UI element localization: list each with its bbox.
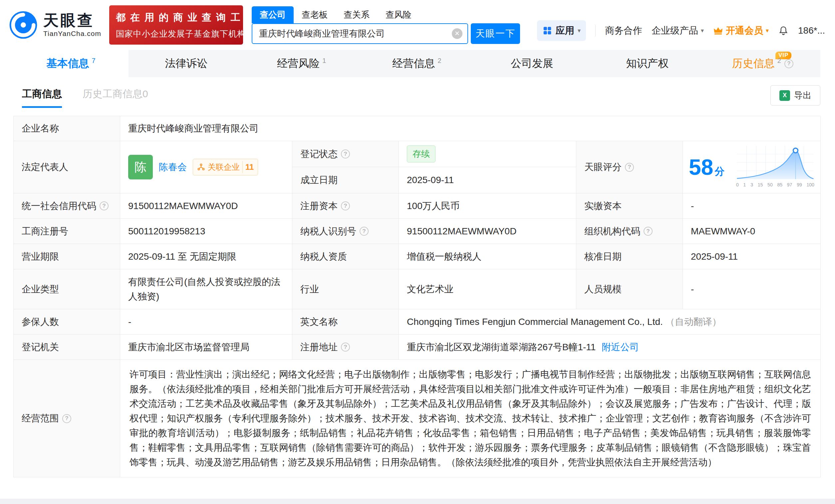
search-tab-company[interactable]: 查公司 <box>252 6 294 23</box>
reg-number-label: 工商注册号 <box>14 219 120 244</box>
promo-line2: 国家中小企业发展子基金旗下机构 <box>116 28 237 39</box>
credit-code-value: 91500112MAEWMWAY0D <box>120 194 292 219</box>
business-info-table: 企业名称 重庆时代峰峻商业管理有限公司 法定代表人 陈 陈春会 关联企业 11 … <box>13 116 820 477</box>
reg-status-value: 存续 <box>399 141 576 167</box>
apps-grid-icon <box>542 26 552 36</box>
business-term-label: 营业期限 <box>14 244 120 269</box>
help-icon[interactable]: ? <box>341 343 350 351</box>
business-term-value: 2025-09-11 至 无固定期限 <box>120 244 292 269</box>
insured-count-label: 参保人数 <box>14 309 120 335</box>
help-icon[interactable]: ? <box>341 149 350 159</box>
auto-translate-note: （自动翻译） <box>666 315 721 329</box>
clear-search-icon[interactable]: ✕ <box>452 28 463 39</box>
apps-menu[interactable]: 应用 ▾ <box>537 20 586 41</box>
help-icon[interactable]: ? <box>100 201 108 210</box>
search-button[interactable]: 天眼一下 <box>471 23 520 44</box>
org-code-label: 组织机构代码? <box>576 219 683 244</box>
taxpayer-quality-value: 增值税一般纳税人 <box>399 244 576 269</box>
credit-code-label: 统一社会信用代码? <box>14 194 120 219</box>
brand-name: 天眼查 <box>43 12 101 28</box>
menu-enterprise-product[interactable]: 企业级产品 ▾ <box>652 24 704 37</box>
staff-size-value: - <box>683 269 821 309</box>
apps-label: 应用 <box>556 24 574 37</box>
help-icon[interactable]: ? <box>341 201 350 210</box>
score-curve-icon <box>736 146 814 180</box>
english-name-value: Chongqing Times Fengjun Commercial Manag… <box>399 309 821 335</box>
caret-down-icon: ▾ <box>701 27 704 34</box>
caret-down-icon: ▾ <box>766 27 769 34</box>
tab-label: 公司发展 <box>511 56 553 71</box>
search-input[interactable] <box>252 28 452 39</box>
notification-bell[interactable] <box>778 25 789 36</box>
establish-date-label: 成立日期 <box>292 167 399 194</box>
tab-label: 法律诉讼 <box>165 56 207 71</box>
industry-value: 文化艺术业 <box>399 269 576 309</box>
status-badge: 存续 <box>407 145 435 162</box>
industry-label: 行业 <box>292 269 399 309</box>
account-phone[interactable]: 186*... <box>798 25 825 36</box>
help-icon[interactable]: ? <box>62 414 71 423</box>
open-vip-label: 开通会员 <box>726 24 763 37</box>
company-section-nav: 基本信息 7 法律诉讼 经营风险 1 经营信息 2 公司发展 知识产权 VIP … <box>13 50 820 77</box>
company-name-label: 企业名称 <box>14 116 120 141</box>
subtab-history-registration[interactable]: 历史工商信息0 <box>83 87 148 101</box>
legal-rep-avatar[interactable]: 陈 <box>128 155 153 179</box>
tab-legal-proceedings[interactable]: 法律诉讼 <box>128 50 244 77</box>
org-code-value: MAEWMWAY-0 <box>683 219 821 244</box>
tianyancha-logo-icon <box>9 10 38 40</box>
header-menu: 应用 ▾ 商务合作 企业级产品 ▾ 开通会员 ▾ 186*... <box>537 20 825 41</box>
caret-down-icon: ▾ <box>578 27 581 34</box>
menu-divider <box>595 25 596 37</box>
excel-icon: X <box>779 90 790 101</box>
search-box: ✕ <box>252 23 468 44</box>
subtab-business-registration[interactable]: 工商信息 <box>22 87 62 108</box>
paid-capital-value: - <box>683 194 821 219</box>
establish-date-value: 2025-09-11 <box>399 167 576 194</box>
score-label: 天眼评分? <box>576 141 683 194</box>
enterprise-label: 企业级产品 <box>652 24 698 37</box>
company-type-label: 企业类型 <box>14 269 120 309</box>
tab-intellectual-property[interactable]: 知识产权 <box>590 50 705 77</box>
tab-count-badge: 2 <box>777 57 781 65</box>
help-icon[interactable]: ? <box>360 227 369 236</box>
insured-count-value: - <box>120 309 292 335</box>
taxpayer-id-value: 91500112MAEWMWAY0D <box>399 219 576 244</box>
tab-basic-info[interactable]: 基本信息 7 <box>13 50 128 77</box>
related-companies-badge[interactable]: 关联企业 11 <box>193 159 258 176</box>
promo-banner[interactable]: 都 在 用 的 商 业 查 询 工 具 国家中小企业发展子基金旗下机构 <box>109 5 243 45</box>
search-tabs: 查公司 查老板 查关系 查风险 <box>252 6 520 23</box>
menu-open-vip[interactable]: 开通会员 ▾ <box>713 24 769 37</box>
score-value: 58分 <box>689 151 725 184</box>
menu-cooperation[interactable]: 商务合作 <box>605 24 642 37</box>
top-header: 天眼查 TianYanCha.com 都 在 用 的 商 业 查 询 工 具 国… <box>0 0 835 50</box>
search-area: 查公司 查老板 查关系 查风险 ✕ 天眼一下 <box>252 6 520 44</box>
reg-authority-value: 重庆市渝北区市场监督管理局 <box>120 335 292 360</box>
reg-number-value: 500112019958213 <box>120 219 292 244</box>
tab-label: 基本信息 <box>47 56 89 71</box>
help-icon[interactable]: ? <box>785 59 793 68</box>
tab-count-badge: 1 <box>322 57 326 65</box>
tianyancha-logo[interactable]: 天眼查 TianYanCha.com <box>9 10 101 40</box>
export-button[interactable]: X 导出 <box>770 85 820 105</box>
paid-capital-label: 实缴资本 <box>576 194 683 219</box>
help-icon[interactable]: ? <box>644 227 653 236</box>
crown-icon <box>713 26 723 36</box>
tab-history-info[interactable]: VIP 历史信息 2 ? <box>705 50 820 77</box>
business-scope-value: 许可项目：营业性演出；演出经纪；网络文化经营；电子出版物制作；出版物零售；电影发… <box>120 360 821 477</box>
brand-domain: TianYanCha.com <box>43 29 101 38</box>
taxpayer-quality-label: 纳税人资质 <box>292 244 399 269</box>
tab-label: 历史信息 <box>732 56 775 71</box>
legal-rep-cell: 陈 陈春会 关联企业 11 <box>120 141 292 194</box>
legal-rep-name-link[interactable]: 陈春会 <box>159 160 187 174</box>
score-axis: 013 155085 9799100 <box>736 181 814 188</box>
search-tab-relation[interactable]: 查关系 <box>335 6 378 23</box>
help-icon[interactable]: ? <box>625 163 634 172</box>
tab-company-development[interactable]: 公司发展 <box>474 50 590 77</box>
tab-business-info[interactable]: 经营信息 2 <box>359 50 474 77</box>
search-tab-risk[interactable]: 查风险 <box>378 6 420 23</box>
org-chart-icon <box>197 163 205 171</box>
tab-operating-risk[interactable]: 经营风险 1 <box>244 50 359 77</box>
export-label: 导出 <box>794 89 811 101</box>
nearby-companies-link[interactable]: 附近公司 <box>602 340 639 354</box>
search-tab-boss[interactable]: 查老板 <box>294 6 335 23</box>
